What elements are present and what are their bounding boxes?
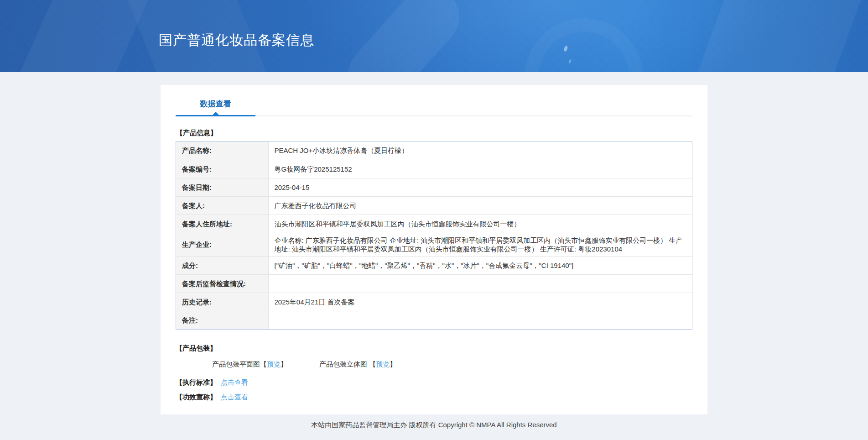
efficacy-label: 【功效宣称】	[176, 393, 217, 401]
table-row: 历史记录: 2025年04月21日 首次备案	[176, 293, 692, 311]
efficacy-row: 【功效宣称】点击查看	[176, 393, 692, 402]
tab-bar: 数据查看	[176, 99, 692, 116]
packaging-flat-image-item: 产品包装平面图【预览】	[212, 360, 287, 369]
table-row: 产品名称: PEACH JO+小冰块清凉香体膏（夏日柠檬）	[176, 141, 692, 160]
row-label-remarks: 备注:	[176, 311, 268, 329]
packaging-section-title: 【产品包装】	[176, 344, 692, 353]
row-label-product-name: 产品名称:	[176, 141, 268, 160]
efficacy-view-link[interactable]: 点击查看	[221, 393, 248, 401]
row-value-remarks	[268, 311, 692, 329]
decorative-shape	[336, 0, 471, 72]
row-value-manufacturer: 企业名称: 广东雅西子化妆品有限公司 企业地址: 汕头市潮阳区和平镇和平居委双凤…	[268, 233, 692, 256]
table-row: 生产企业: 企业名称: 广东雅西子化妆品有限公司 企业地址: 汕头市潮阳区和平镇…	[176, 233, 692, 256]
row-value-supervision	[268, 274, 692, 293]
row-label-ingredients: 成分:	[176, 256, 268, 274]
copyright-footer: 本站由国家药品监督管理局主办 版权所有 Copyright © NMPA All…	[0, 421, 868, 430]
row-label-manufacturer: 生产企业:	[176, 233, 268, 256]
row-label-filer: 备案人:	[176, 196, 268, 215]
row-value-filer: 广东雅西子化妆品有限公司	[268, 196, 692, 215]
table-row: 备案后监督检查情况:	[176, 274, 692, 293]
packaging-3d-image-item: 产品包装立体图 【预览】	[319, 360, 396, 369]
row-label-supervision: 备案后监督检查情况:	[176, 274, 268, 293]
row-label-filer-address: 备案人住所地址:	[176, 215, 268, 233]
standard-row: 【执行标准】点击查看	[176, 378, 692, 387]
table-row: 备案人住所地址: 汕头市潮阳区和平镇和平居委双凤加工区内（汕头市恒鑫服饰实业有限…	[176, 215, 692, 233]
product-info-table: 产品名称: PEACH JO+小冰块清凉香体膏（夏日柠檬） 备案编号: 粤G妆网…	[176, 141, 692, 330]
standard-view-link[interactable]: 点击查看	[221, 378, 248, 386]
row-label-filing-number: 备案编号:	[176, 160, 268, 178]
tab-data-view-label: 数据查看	[200, 100, 231, 108]
table-row: 成分: ["矿油"，"矿脂"，"白蜂蜡"，"地蜡"，"聚乙烯"，"香精"，"水"…	[176, 256, 692, 274]
row-value-product-name: PEACH JO+小冰块清凉香体膏（夏日柠檬）	[268, 141, 692, 160]
row-value-filing-number: 粤G妆网备字2025125152	[268, 160, 692, 178]
page-title: 国产普通化妆品备案信息	[159, 31, 314, 50]
standard-label: 【执行标准】	[176, 378, 217, 386]
table-row: 备注:	[176, 311, 692, 329]
tab-active-caret-icon	[213, 112, 219, 115]
product-info-section-title: 【产品信息】	[176, 129, 692, 137]
packaging-flat-image-label-suffix: 】	[281, 360, 287, 368]
table-row: 备案编号: 粤G妆网备字2025125152	[176, 160, 692, 178]
row-label-history: 历史记录:	[176, 293, 268, 311]
tab-data-view[interactable]: 数据查看	[176, 99, 255, 115]
packaging-3d-image-label-suffix: 】	[390, 360, 396, 368]
packaging-flat-image-label: 产品包装平面图【	[212, 360, 267, 368]
packaging-3d-image-label: 产品包装立体图 【	[319, 360, 376, 368]
packaging-row: 产品包装平面图【预览】 产品包装立体图 【预览】	[176, 360, 692, 369]
row-value-filing-date: 2025-04-15	[268, 178, 692, 196]
page-banner: 国产普通化妆品备案信息	[0, 0, 868, 72]
decorative-shape	[676, 0, 866, 72]
packaging-flat-preview-link[interactable]: 预览	[267, 360, 281, 368]
table-row: 备案人: 广东雅西子化妆品有限公司	[176, 196, 692, 215]
content-card: 数据查看 【产品信息】 产品名称: PEACH JO+小冰块清凉香体膏（夏日柠檬…	[161, 85, 707, 414]
packaging-3d-preview-link[interactable]: 预览	[376, 360, 390, 368]
decorative-circle	[525, 18, 643, 72]
row-label-filing-date: 备案日期:	[176, 178, 268, 196]
row-value-history: 2025年04月21日 首次备案	[268, 293, 692, 311]
table-row: 备案日期: 2025-04-15	[176, 178, 692, 196]
row-value-filer-address: 汕头市潮阳区和平镇和平居委双凤加工区内（汕头市恒鑫服饰实业有限公司一楼）	[268, 215, 692, 233]
row-value-ingredients: ["矿油"，"矿脂"，"白蜂蜡"，"地蜡"，"聚乙烯"，"香精"，"水"，"冰片…	[268, 256, 692, 274]
